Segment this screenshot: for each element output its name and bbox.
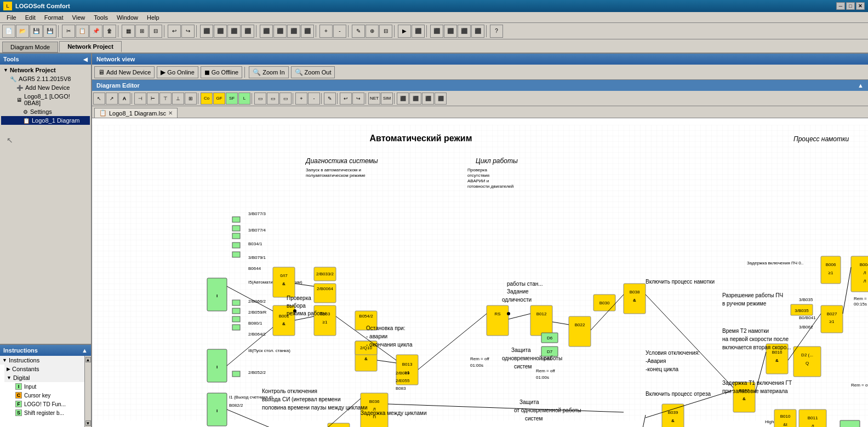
d-block3[interactable]: ▭ xyxy=(279,93,292,105)
minimize-button[interactable]: ─ xyxy=(836,2,845,10)
tb-btn9[interactable]: ⬛ xyxy=(241,25,254,38)
menu-view[interactable]: View xyxy=(68,13,90,22)
menu-help[interactable]: Help xyxy=(142,13,164,22)
diagram-tab-logo81[interactable]: 📋 Logo8_1 Diagram.lsc ✕ xyxy=(94,108,178,118)
save-button[interactable]: 💾 xyxy=(30,25,43,38)
tree-logo81-diagram[interactable]: 📋 Logo8_1 Diagram xyxy=(1,116,90,125)
l-btn[interactable]: L xyxy=(238,93,250,105)
menu-tools[interactable]: Tools xyxy=(89,13,112,22)
wire-tool[interactable]: ↗ xyxy=(106,93,118,105)
tab-close[interactable]: ✕ xyxy=(168,110,173,116)
diagram-collapse[interactable]: ▲ xyxy=(858,82,864,89)
maximize-button[interactable]: □ xyxy=(846,2,855,10)
tb-btn16[interactable]: ⊟ xyxy=(379,25,392,38)
add-new-device-btn[interactable]: 🖥 Add New Device xyxy=(94,66,155,78)
sf-btn[interactable]: SF xyxy=(226,93,238,105)
tb-btn7[interactable]: ⬛ xyxy=(214,25,227,38)
d-block2[interactable]: ▭ xyxy=(267,93,279,105)
tools-collapse[interactable]: ◀ xyxy=(83,56,88,62)
instr-constants[interactable]: ▶ Constants xyxy=(4,365,84,373)
undo-d[interactable]: ↩ xyxy=(340,93,352,105)
paste-button[interactable]: 📌 xyxy=(89,25,102,38)
tree-settings[interactable]: ⚙ Settings xyxy=(1,107,90,116)
co-btn[interactable]: Co xyxy=(201,93,213,105)
tb-btn6[interactable]: ⬛ xyxy=(200,25,213,38)
d-extra1[interactable]: ⬛ xyxy=(397,93,409,105)
d-btn2[interactable]: ⊢ xyxy=(147,93,159,105)
undo-button[interactable]: ↩ xyxy=(168,25,181,38)
menu-file[interactable]: File xyxy=(2,13,21,22)
instr-input[interactable]: I Input xyxy=(4,382,84,391)
d-btn3[interactable]: ⊤ xyxy=(159,93,172,105)
tb-btn17[interactable]: ⬛ xyxy=(412,25,425,38)
delete-button[interactable]: 🗑 xyxy=(103,25,116,38)
tb-btn18[interactable]: ⬛ xyxy=(430,25,443,38)
zoom-in-d[interactable]: + xyxy=(295,93,307,105)
d-btn1[interactable]: ⊣ xyxy=(134,93,146,105)
tb-btn11[interactable]: ⬛ xyxy=(273,25,287,38)
d-extra2[interactable]: ⬛ xyxy=(409,93,421,105)
new-button[interactable]: 📄 xyxy=(2,25,15,38)
tb-btn10[interactable]: ⬛ xyxy=(260,25,273,38)
instr-cursor-key[interactable]: C Cursor key xyxy=(4,391,84,400)
menu-format[interactable]: Format xyxy=(40,13,68,22)
close-button[interactable]: ✕ xyxy=(856,2,865,10)
tools-header[interactable]: Tools ◀ xyxy=(0,54,91,65)
zoom-in-btn[interactable]: 🔍 Zoom In xyxy=(249,66,288,78)
zoom-out-d[interactable]: - xyxy=(308,93,320,105)
pencil-btn[interactable]: ✎ xyxy=(324,93,336,105)
copy-button[interactable]: 📋 xyxy=(76,25,89,38)
instr-logo-td[interactable]: F LOGO! TD Fun... xyxy=(4,400,84,408)
d-btn4[interactable]: ⊥ xyxy=(172,93,184,105)
instr-group-instructions[interactable]: ▼ Instructions xyxy=(0,356,84,365)
tree-logo81[interactable]: 🖥 Logo8_1 [LOGO! 0BA8] xyxy=(1,92,90,107)
tree-add-device[interactable]: ➕ Add New Device xyxy=(1,83,90,92)
zoom-out-tb[interactable]: - xyxy=(333,25,346,38)
instr-digital[interactable]: ▼ Digital xyxy=(4,373,84,382)
tb-btn13[interactable]: ⬛ xyxy=(301,25,314,38)
open-button[interactable]: 📂 xyxy=(16,25,29,38)
tree-agr5[interactable]: 🔧 AGR5 2.11.2015V8 xyxy=(1,74,90,83)
sim-btn[interactable]: ▶ xyxy=(398,25,411,38)
go-online-btn[interactable]: ▶ Go Online xyxy=(157,66,198,78)
cut-button[interactable]: ✂ xyxy=(62,25,75,38)
tb-btn12[interactable]: ⬛ xyxy=(287,25,300,38)
tab-diagram-mode[interactable]: Diagram Mode xyxy=(2,42,58,53)
menu-edit[interactable]: Edit xyxy=(21,13,40,22)
menu-window[interactable]: Window xyxy=(112,13,142,22)
d-extra3[interactable]: ⬛ xyxy=(422,93,434,105)
instructions-header[interactable]: Instructions ▲ xyxy=(0,345,91,356)
tb-btn5[interactable]: ⊟ xyxy=(149,25,162,38)
text-tool[interactable]: A xyxy=(118,93,130,105)
tb-btn21[interactable]: ⬛ xyxy=(471,25,484,38)
tb-btn19[interactable]: ⬛ xyxy=(444,25,457,38)
tb-btn20[interactable]: ⬛ xyxy=(458,25,471,38)
zoom-in-tb[interactable]: + xyxy=(319,25,333,38)
net-icon-btn[interactable]: NET xyxy=(368,93,380,105)
save-as-button[interactable]: 💾 xyxy=(43,25,56,38)
zoom-out-btn[interactable]: 🔍 Zoom Out xyxy=(291,66,335,78)
d-block1[interactable]: ▭ xyxy=(254,93,266,105)
d-btn5[interactable]: ⊞ xyxy=(185,93,197,105)
redo-button[interactable]: ↪ xyxy=(181,25,195,38)
go-offline-btn[interactable]: ◼ Go Offline xyxy=(201,66,242,78)
tb-btn14[interactable]: ✎ xyxy=(352,25,365,38)
tab-network-project[interactable]: Network Project xyxy=(59,41,122,53)
diagram-canvas[interactable]: Автоматический режим Диагностика системы… xyxy=(92,118,868,427)
d-extra4[interactable]: ⬛ xyxy=(435,93,447,105)
help-button[interactable]: ? xyxy=(490,25,503,38)
tb-btn15[interactable]: ⊕ xyxy=(366,25,379,38)
gf-btn[interactable]: GF xyxy=(213,93,225,105)
cursor-tool[interactable]: ↖ xyxy=(93,93,105,105)
redo-d[interactable]: ↪ xyxy=(352,93,364,105)
instr-collapse[interactable]: ▲ xyxy=(82,347,88,354)
tb-btn4[interactable]: ⊞ xyxy=(135,25,149,38)
scroll-up[interactable]: ▲ xyxy=(85,357,91,362)
sim-d-btn[interactable]: SIM xyxy=(381,93,393,105)
window-controls[interactable]: ─ □ ✕ xyxy=(836,2,865,10)
tb-btn3[interactable]: ▦ xyxy=(122,25,135,38)
instr-shift-reg[interactable]: S Shift register b... xyxy=(4,408,84,417)
tree-network-project[interactable]: ▼ Network Project xyxy=(1,66,90,74)
tb-btn8[interactable]: ⬛ xyxy=(227,25,241,38)
scroll-down[interactable]: ▼ xyxy=(85,420,91,426)
